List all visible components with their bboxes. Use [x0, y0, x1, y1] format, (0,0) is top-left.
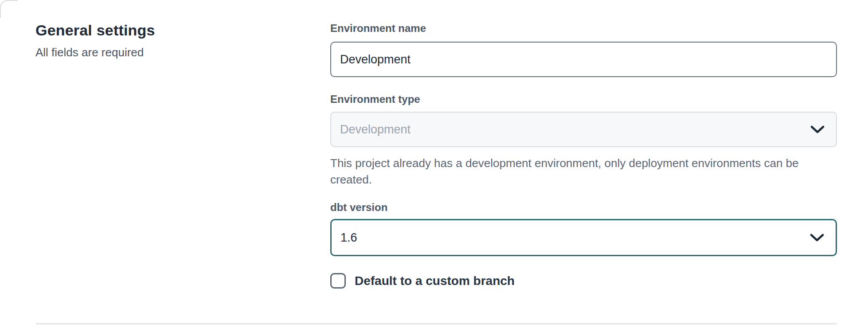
environment-type-value: Development	[340, 123, 411, 137]
custom-branch-checkbox[interactable]	[330, 273, 346, 289]
dbt-version-label: dbt version	[330, 200, 837, 215]
environment-type-help-text: This project already has a development e…	[330, 155, 837, 188]
environment-type-select: Development	[330, 112, 837, 147]
modal-corner-decoration	[0, 0, 18, 18]
environment-settings-panel: General settings All fields are required…	[0, 0, 868, 328]
custom-branch-label[interactable]: Default to a custom branch	[355, 274, 515, 288]
section-divider	[35, 323, 837, 324]
dbt-version-value: 1.6	[340, 231, 357, 245]
page-title: General settings	[35, 21, 301, 39]
chevron-down-icon	[810, 233, 824, 242]
page-subtitle: All fields are required	[35, 45, 301, 59]
environment-name-input[interactable]	[330, 42, 837, 77]
dbt-version-select[interactable]: 1.6	[330, 219, 837, 256]
chevron-down-icon	[810, 125, 825, 134]
environment-name-label: Environment name	[330, 21, 837, 35]
environment-type-label: Environment type	[330, 92, 837, 106]
section-intro: General settings All fields are required	[35, 21, 301, 59]
custom-branch-row: Default to a custom branch	[330, 273, 837, 289]
settings-form: Environment name Environment type Develo…	[330, 21, 837, 289]
